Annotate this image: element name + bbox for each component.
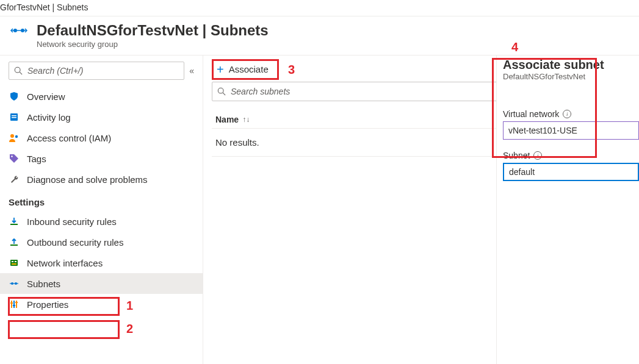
inbound-icon [9, 216, 20, 227]
associate-button[interactable]: + Associate [212, 62, 273, 77]
info-icon[interactable]: i [563, 110, 571, 118]
sidebar-item-outbound-rules[interactable]: Outbound security rules [0, 232, 203, 252]
svg-rect-15 [12, 263, 16, 265]
svg-line-26 [223, 93, 225, 95]
svg-rect-5 [12, 115, 16, 116]
sidebar-item-label: Diagnose and solve problems [27, 174, 148, 185]
page-title: DefaultNSGforTestvNet | Subnets [37, 22, 269, 39]
svg-rect-21 [16, 301, 17, 308]
subnet-dropdown[interactable]: default [503, 163, 639, 181]
subnet-icon [9, 278, 20, 289]
svg-rect-14 [15, 261, 16, 262]
vnet-dropdown[interactable]: vNet-test101-USE [503, 121, 639, 140]
svg-rect-20 [13, 301, 15, 308]
sidebar-item-label: Subnets [27, 279, 60, 289]
sidebar-item-activity-log[interactable]: Activity log [0, 107, 203, 127]
svg-point-8 [15, 135, 18, 138]
log-icon [9, 112, 20, 123]
sidebar-item-network-interfaces[interactable]: Network interfaces [0, 252, 203, 273]
svg-rect-13 [12, 261, 13, 262]
svg-rect-22 [10, 302, 13, 304]
svg-point-9 [11, 155, 13, 157]
collapse-sidebar-button[interactable]: « [189, 66, 194, 76]
sidebar-section-settings: Settings [0, 190, 203, 211]
sidebar-item-label: Activity log [27, 112, 71, 123]
sidebar-item-iam[interactable]: Access control (IAM) [0, 127, 203, 148]
svg-line-3 [20, 72, 22, 74]
sidebar-item-properties[interactable]: Properties [0, 294, 203, 315]
outbound-icon [9, 237, 20, 248]
sidebar-item-subnets[interactable]: Subnets [0, 273, 203, 294]
search-icon [14, 66, 23, 75]
tag-icon [9, 153, 20, 164]
sidebar-search-input[interactable]: Search (Ctrl+/) [9, 62, 184, 80]
svg-point-1 [21, 29, 24, 32]
properties-icon [9, 299, 20, 310]
plus-icon: + [217, 65, 224, 74]
panel-title: Associate subnet [500, 55, 639, 72]
sidebar-item-label: Inbound security rules [27, 216, 117, 227]
info-icon[interactable]: i [533, 151, 542, 160]
svg-rect-19 [11, 301, 12, 308]
page-header: DefaultNSGforTestvNet | Subnets Network … [0, 16, 639, 55]
wrench-icon [9, 174, 20, 185]
panel-subtitle: DefaultNSGforTestvNet [500, 72, 639, 92]
sidebar-item-overview[interactable]: Overview [0, 86, 203, 107]
svg-rect-12 [10, 260, 18, 266]
search-icon [217, 87, 226, 96]
shield-icon [9, 91, 20, 102]
svg-rect-6 [12, 117, 16, 118]
sidebar-item-label: Outbound security rules [27, 237, 123, 248]
sidebar-item-label: Network interfaces [27, 258, 103, 268]
sidebar-item-label: Overview [27, 91, 65, 102]
vnet-field-label: Virtual network i [500, 109, 639, 121]
breadcrumb: GforTestvNet | Subnets [0, 0, 639, 16]
svg-rect-24 [15, 302, 18, 303]
sidebar-item-diagnose[interactable]: Diagnose and solve problems [0, 169, 203, 190]
subnet-field-label: Subnet i [500, 151, 639, 163]
sidebar: Search (Ctrl+/) « Overview Activity log … [0, 55, 203, 364]
svg-point-25 [218, 88, 223, 93]
nsg-icon [9, 20, 29, 41]
page-subtitle: Network security group [37, 40, 639, 49]
svg-point-7 [10, 134, 14, 138]
iam-icon [9, 132, 20, 143]
svg-rect-23 [13, 305, 15, 306]
associate-subnet-panel: Associate subnet DefaultNSGforTestvNet V… [496, 55, 639, 364]
sidebar-item-label: Access control (IAM) [27, 133, 111, 143]
sidebar-item-inbound-rules[interactable]: Inbound security rules [0, 211, 203, 232]
svg-point-2 [15, 67, 20, 73]
sort-icon: ↑↓ [242, 115, 250, 124]
sidebar-item-label: Tags [27, 154, 46, 164]
sidebar-item-tags[interactable]: Tags [0, 148, 203, 169]
sidebar-item-label: Properties [27, 299, 68, 310]
nic-icon [9, 257, 20, 268]
